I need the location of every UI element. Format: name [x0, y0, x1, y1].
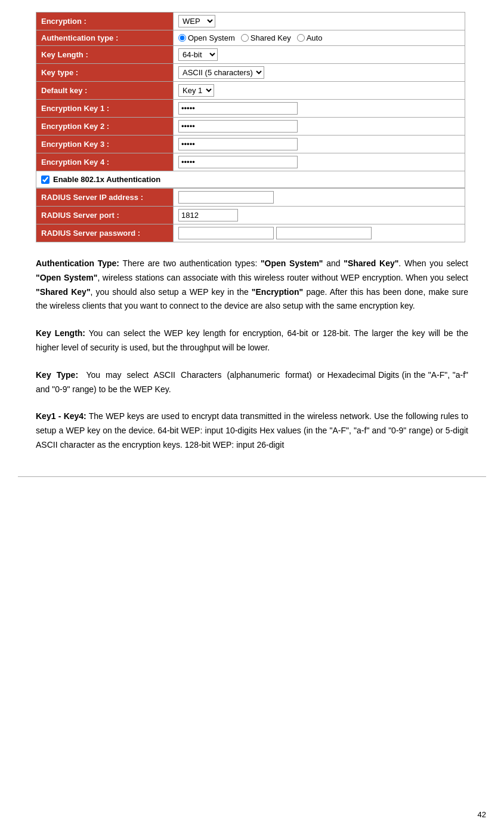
config-select-2[interactable]: 64-bit128-bit — [178, 48, 218, 61]
config-password-6[interactable] — [178, 120, 298, 133]
config-label-8: Encryption Key 4 : — [36, 153, 174, 171]
key-type-term: Key Type: — [36, 370, 78, 380]
key1-key4-term: Key1 - Key4: — [36, 411, 86, 421]
config-row-7: Encryption Key 3 : — [36, 136, 465, 153]
key-length-section: Key Length: You can select the WEP key l… — [36, 327, 468, 355]
config-label-6: Encryption Key 2 : — [36, 118, 174, 136]
key-length-text: You can select the WEP key length for en… — [36, 328, 468, 352]
radius-value-2[interactable] — [174, 224, 465, 242]
radius-row-0: RADIUS Server IP address : — [36, 189, 465, 207]
config-row-3: Key type :ASCII (5 characters)Hex (10 ch… — [36, 64, 465, 82]
config-label-7: Encryption Key 3 : — [36, 136, 174, 153]
config-row-8: Encryption Key 4 : — [36, 153, 465, 171]
config-value-0[interactable]: WEPWPAWPA2None — [174, 13, 465, 30]
config-password-8[interactable] — [178, 156, 298, 168]
auth-type-section: Authentication Type: There are two authe… — [36, 257, 468, 313]
config-table: Encryption :WEPWPAWPA2NoneAuthentication… — [36, 12, 465, 171]
radius-row-1: RADIUS Server port : — [36, 207, 465, 224]
config-select-3[interactable]: ASCII (5 characters)Hex (10 characters) — [178, 66, 264, 79]
config-label-5: Encryption Key 1 : — [36, 100, 174, 118]
config-row-4: Default key :Key 1Key 2Key 3Key 4 — [36, 82, 465, 100]
config-password-5[interactable] — [178, 102, 298, 115]
config-label-0: Encryption : — [36, 13, 174, 30]
radius-port-input[interactable] — [178, 209, 238, 221]
key-type-section: Key Type: You may select ASCII Character… — [36, 368, 468, 397]
radio-auto[interactable] — [297, 34, 305, 42]
key-type-text: You may select ASCII Characters (alphanu… — [36, 370, 468, 394]
config-password-7[interactable] — [178, 138, 298, 150]
config-label-2: Key Length : — [36, 46, 174, 64]
config-row-1: Authentication type : Open System Shared… — [36, 30, 465, 46]
radius-password-input[interactable] — [178, 227, 274, 239]
auth-type-term: Authentication Type: — [36, 258, 119, 268]
config-value-8[interactable] — [174, 153, 465, 171]
page-number: 42 — [478, 810, 486, 819]
config-select-0[interactable]: WEPWPAWPA2None — [178, 15, 215, 27]
config-value-2[interactable]: 64-bit128-bit — [174, 46, 465, 64]
config-value-1[interactable]: Open System Shared Key Auto — [174, 30, 465, 46]
key1-key4-text: The WEP keys are used to encrypt data tr… — [36, 411, 468, 450]
enable-8021x-label: Enable 802.1x Authentication — [53, 175, 160, 184]
config-value-7[interactable] — [174, 136, 465, 153]
radio-open-system[interactable] — [178, 34, 186, 42]
config-radio-group-1: Open System Shared Key Auto — [178, 33, 460, 42]
radio-shared-key[interactable] — [241, 34, 249, 42]
radius-label-0: RADIUS Server IP address : — [36, 189, 174, 207]
config-value-6[interactable] — [174, 118, 465, 136]
radius-ip-input[interactable] — [178, 191, 274, 204]
config-row-6: Encryption Key 2 : — [36, 118, 465, 136]
key1-key4-section: Key1 - Key4: The WEP keys are used to en… — [36, 410, 468, 452]
bottom-divider — [18, 476, 486, 477]
config-value-3[interactable]: ASCII (5 characters)Hex (10 characters) — [174, 64, 465, 82]
radius-row-2: RADIUS Server password : — [36, 224, 465, 242]
radius-table: RADIUS Server IP address :RADIUS Server … — [36, 188, 465, 242]
config-row-5: Encryption Key 1 : — [36, 100, 465, 118]
enable-8021x-checkbox[interactable] — [41, 176, 50, 184]
radius-value-0[interactable] — [174, 189, 465, 207]
config-select-4[interactable]: Key 1Key 2Key 3Key 4 — [178, 84, 214, 97]
radius-value-1[interactable] — [174, 207, 465, 224]
radius-label-1: RADIUS Server port : — [36, 207, 174, 224]
config-label-1: Authentication type : — [36, 30, 174, 46]
config-row-2: Key Length :64-bit128-bit — [36, 46, 465, 64]
config-row-0: Encryption :WEPWPAWPA2None — [36, 13, 465, 30]
config-label-4: Default key : — [36, 82, 174, 100]
config-label-3: Key type : — [36, 64, 174, 82]
key-length-term: Key Length: — [36, 328, 85, 338]
config-value-4[interactable]: Key 1Key 2Key 3Key 4 — [174, 82, 465, 100]
enable-8021x-row: Enable 802.1x Authentication — [36, 171, 465, 188]
config-value-5[interactable] — [174, 100, 465, 118]
radius-password-confirm-input[interactable] — [276, 227, 372, 239]
radius-label-2: RADIUS Server password : — [36, 224, 174, 242]
